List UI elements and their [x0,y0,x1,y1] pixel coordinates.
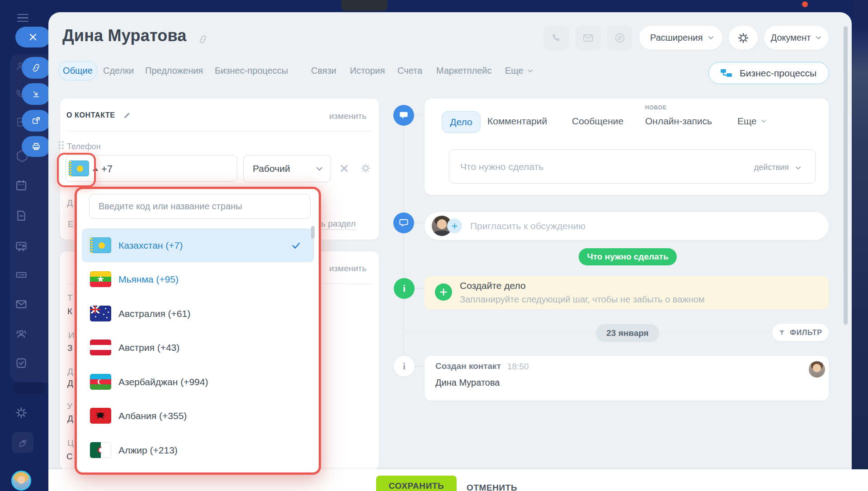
copy-link-button[interactable] [22,57,51,79]
event-author-avatar [809,361,825,378]
flag-austria-icon [90,340,111,355]
background-behind-slider [852,0,868,491]
add-participant-icon[interactable]: + [447,218,462,233]
tab-links[interactable]: Связи [311,66,336,76]
document-icon [15,209,28,222]
tab-more[interactable]: Еще [505,66,533,76]
country-option-austria[interactable]: Австрия (+43) [82,330,314,364]
country-option-albania[interactable]: Албания (+355) [82,399,314,433]
gear-icon [737,32,749,44]
bpm-icon [720,68,733,79]
timeline-tab-activity[interactable]: Дело [442,111,481,133]
save-button[interactable]: СОХРАНИТЬ [376,476,457,491]
chat-button[interactable] [607,25,632,51]
drag-handle[interactable] [59,141,64,149]
sidebar-divider-shape [14,382,45,394]
document-button[interactable]: Документ [764,26,829,50]
document-label: Документ [771,33,811,43]
chevron-down-icon [795,165,802,171]
page-title: Дина Муратова [62,26,187,45]
business-processes-button[interactable]: Бизнес-процессы [708,62,829,84]
sidebar-item-rocket[interactable] [12,432,33,453]
collapse-button[interactable] [22,83,51,105]
sidebar-item-drive[interactable] [15,269,28,281]
dropdown-scrollbar[interactable] [311,226,315,239]
country-option-algeria[interactable]: Алжир (+213) [82,433,314,467]
open-window-button[interactable] [22,110,51,132]
new-badge: НОВОЕ [645,104,667,111]
flag-algeria-icon [90,442,111,458]
tab-deals[interactable]: Сделки [103,66,134,76]
invite-placeholder: Пригласить к обсуждению [470,221,585,231]
menu-icon[interactable] [17,14,28,24]
email-button[interactable] [576,25,601,51]
tab-general[interactable]: Общие [58,61,97,80]
create-activity-subtitle: Запланируйте следующий шаг, чтобы не заб… [460,294,705,305]
phone-type-select[interactable]: Рабочий [243,155,331,182]
extensions-button[interactable]: Расширения [639,26,722,50]
close-button[interactable] [15,27,51,47]
plus-icon [439,288,448,296]
vertical-scrollbar[interactable] [844,26,848,325]
copy-url-icon[interactable] [198,34,208,44]
sidebar-item-document[interactable] [15,209,28,222]
settings-button[interactable] [729,26,758,50]
country-search-input[interactable] [89,194,311,219]
tasks-icon [15,357,28,369]
timeline-tab-more[interactable]: Еще [737,116,767,127]
timeline-tab-online-booking[interactable]: Онлайн-запись [645,116,712,127]
profile-avatar[interactable] [11,471,31,491]
flag-azerbaijan-icon [90,374,111,390]
country-option-kazakhstan[interactable]: Казахстан (+7) [82,228,314,262]
envelope-icon [582,32,594,44]
edit-link[interactable]: изменить [329,111,367,121]
divider [66,131,373,131]
people-icon [15,327,28,340]
tab-workflows[interactable]: Бизнес-процессы [215,66,288,76]
edit-pencil-icon[interactable] [123,112,131,119]
phone-field-label: Телефон [67,142,101,151]
todo-input[interactable]: Что нужно сделать действия [449,149,816,184]
print-button[interactable] [22,136,51,157]
add-activity-button[interactable] [435,283,452,301]
business-processes-label: Бизнес-процессы [740,68,816,79]
check-icon [291,240,302,251]
notification-dot [802,1,808,7]
funnel-icon [778,329,785,336]
obscured-letter: З [67,343,72,353]
event-time: 18:50 [507,362,529,372]
tab-history[interactable]: История [350,66,385,76]
actions-label[interactable]: действия [754,163,789,172]
comment-bubble-icon [393,212,414,233]
filter-button[interactable]: ФИЛЬТР [772,324,829,341]
tab-quotes[interactable]: Предложения [145,66,203,76]
sidebar-item-settings[interactable] [15,406,28,419]
info-icon: i [394,356,415,377]
country-option-myanmar[interactable]: Мьянма (+95) [82,262,314,296]
timeline-tab-comment[interactable]: Комментарий [487,116,547,127]
sidebar-item-calendar[interactable] [15,179,28,192]
cancel-button[interactable]: ОТМЕНИТЬ [467,483,517,491]
link-icon [31,63,41,73]
sidebar-item-mail[interactable] [15,298,28,311]
calendar-icon [15,179,28,192]
chevron-down-icon [527,68,533,74]
phone-settings-gear-icon[interactable] [360,163,371,174]
sidebar-item-presentation[interactable] [15,240,28,253]
timeline-tab-message[interactable]: Сообщение [572,116,623,127]
printer-icon [31,142,41,151]
sidebar-item-tasks[interactable] [15,357,28,369]
obscured-letter: Т [67,293,73,303]
sidebar-item-people[interactable] [15,327,28,340]
chat-arrows-icon [614,32,626,44]
edit-link[interactable]: изменить [329,264,367,274]
country-option-azerbaijan[interactable]: Азербайджан (+994) [82,365,314,399]
tab-invoices[interactable]: Счета [397,66,422,76]
tab-marketplace[interactable]: Маркетплейс [436,66,492,76]
country-option-australia[interactable]: Австралия (+61) [82,297,314,330]
phone-number-input[interactable] [100,161,233,177]
call-button[interactable] [544,25,569,51]
remove-phone-icon[interactable] [340,164,349,173]
timeline-connector [414,222,425,223]
hint-badge: Что нужно сделать [579,248,677,265]
